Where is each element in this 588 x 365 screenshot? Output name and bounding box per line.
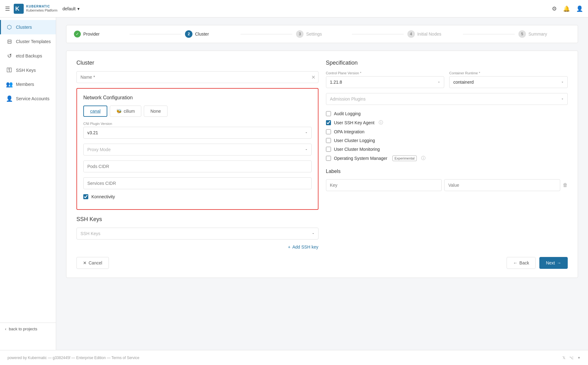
logo-area: K KUBERMATIC Kubernetes Platform bbox=[14, 4, 57, 14]
opa-integration-checkbox[interactable] bbox=[326, 129, 331, 134]
clear-name-button[interactable]: ✕ bbox=[311, 74, 315, 80]
sidebar-item-etcd-backups[interactable]: ↺ etcd Backups bbox=[0, 49, 56, 63]
step-summary: 5 Summary bbox=[518, 30, 570, 38]
control-plane-select-wrapper: 1.21.8 bbox=[326, 76, 445, 88]
next-arrow-icon: → bbox=[557, 260, 561, 265]
settings-button[interactable]: ⚙ bbox=[552, 5, 557, 12]
sidebar-item-cluster-templates[interactable]: ⊟ Cluster Templates bbox=[0, 34, 56, 49]
sidebar: ⬡ Clusters ⊟ Cluster Templates ↺ etcd Ba… bbox=[0, 17, 56, 350]
add-ssh-key-button[interactable]: + Add SSH key bbox=[288, 242, 318, 252]
cni-canal-button[interactable]: canal bbox=[83, 106, 107, 117]
labels-key-input[interactable] bbox=[326, 179, 442, 191]
admission-plugins-select[interactable]: Admission Plugins bbox=[326, 93, 568, 105]
step-cluster: 2 Cluster bbox=[185, 30, 237, 38]
next-button[interactable]: Next → bbox=[539, 257, 568, 269]
cni-cilium-button[interactable]: 🐝 cilium bbox=[110, 106, 141, 117]
pods-cidr-input[interactable] bbox=[83, 160, 312, 172]
chevron-left-icon: ‹ bbox=[5, 327, 6, 331]
top-bar-right: ⚙ 🔔 👤 bbox=[552, 5, 583, 12]
proxy-mode-select[interactable]: Proxy Mode bbox=[83, 144, 312, 155]
services-cidr-input[interactable] bbox=[83, 177, 312, 189]
twitter-icon[interactable]: 𝕏 bbox=[562, 356, 566, 360]
user-ssh-key-agent-checkbox[interactable] bbox=[326, 120, 331, 125]
step-divider-1 bbox=[129, 34, 181, 34]
cni-none-button[interactable]: None bbox=[144, 106, 167, 117]
step-initial-nodes: 4 Initial Nodes bbox=[407, 30, 459, 38]
sidebar-item-service-accounts[interactable]: 👤 Service Accounts bbox=[0, 91, 56, 106]
audit-logging-checkbox[interactable] bbox=[326, 111, 331, 116]
notifications-button[interactable]: 🔔 bbox=[563, 5, 570, 12]
none-label: None bbox=[150, 109, 161, 114]
ssh-keys-select-wrapper: SSH Keys bbox=[76, 228, 318, 239]
step2-num: 2 bbox=[185, 30, 192, 38]
back-to-projects[interactable]: ‹ back to projects bbox=[0, 323, 56, 335]
back-arrow-icon: ← bbox=[513, 260, 518, 265]
user-icon: 👤 bbox=[576, 5, 583, 12]
user-cluster-monitoring-checkbox[interactable] bbox=[326, 147, 331, 152]
top-bar: ☰ K KUBERMATIC Kubernetes Platform defau… bbox=[0, 0, 588, 17]
delete-label-button[interactable]: 🗑 bbox=[563, 182, 568, 188]
cluster-name-input[interactable] bbox=[76, 71, 318, 83]
user-ssh-info-icon[interactable]: ⓘ bbox=[379, 120, 383, 126]
sidebar-item-members[interactable]: 👥 Members bbox=[0, 77, 56, 91]
etcd-backups-icon: ↺ bbox=[6, 52, 13, 59]
cilium-label: cilium bbox=[124, 109, 135, 114]
cancel-x-icon: ✕ bbox=[83, 260, 87, 265]
project-selector[interactable]: default ▾ bbox=[62, 6, 80, 11]
cluster-section-title: Cluster bbox=[76, 60, 318, 66]
container-runtime-select-wrapper: containerd bbox=[449, 76, 568, 88]
footer-inner: powered by Kubermatic — g3382445f — Ente… bbox=[0, 356, 588, 360]
chevron-down-icon: ▾ bbox=[77, 6, 80, 11]
sidebar-item-clusters[interactable]: ⬡ Clusters bbox=[0, 20, 56, 34]
sidebar-item-label: Cluster Templates bbox=[16, 39, 51, 44]
cluster-name-group: ✕ bbox=[76, 71, 318, 83]
step-divider-4 bbox=[463, 34, 515, 34]
two-col-layout: Cluster ✕ Network Configuration bbox=[76, 60, 568, 252]
cancel-button[interactable]: ✕ Cancel bbox=[76, 257, 109, 269]
user-menu-button[interactable]: 👤 bbox=[576, 5, 583, 12]
container-runtime-group: Container Runtime * containerd bbox=[449, 71, 568, 88]
ssh-keys-section: SSH Keys SSH Keys + Add SSH key bbox=[76, 216, 318, 252]
services-cidr-group bbox=[83, 177, 312, 189]
hamburger-menu[interactable]: ☰ bbox=[5, 5, 10, 12]
audit-logging-group: Audit Logging bbox=[326, 111, 568, 116]
control-plane-select[interactable]: 1.21.8 bbox=[326, 76, 445, 88]
right-action-buttons: ← Back Next → bbox=[507, 257, 568, 269]
sidebar-item-label: etcd Backups bbox=[16, 53, 42, 58]
osm-info-icon[interactable]: ⓘ bbox=[421, 155, 425, 161]
container-runtime-select[interactable]: containerd bbox=[449, 76, 568, 88]
main-content: ✓ Provider 2 Cluster 3 Settings bbox=[56, 17, 588, 350]
network-config-box: Network Configuration canal 🐝 cilium bbox=[76, 88, 318, 210]
step2-label: Cluster bbox=[195, 32, 209, 37]
container-runtime-label: Container Runtime * bbox=[449, 71, 568, 75]
audit-logging-label: Audit Logging bbox=[334, 111, 361, 116]
sidebar-item-ssh-keys[interactable]: ⚿ SSH Keys bbox=[0, 63, 56, 77]
slack-icon[interactable]: ✦ bbox=[577, 356, 581, 360]
step-settings: 3 Settings bbox=[296, 30, 348, 38]
konnectivity-checkbox[interactable] bbox=[83, 194, 88, 199]
konnectivity-label: Konnectivity bbox=[91, 194, 115, 199]
sidebar-item-label: Members bbox=[16, 82, 34, 87]
step3-label: Settings bbox=[306, 32, 322, 37]
svg-text:K: K bbox=[15, 6, 19, 12]
sidebar-item-label: Clusters bbox=[16, 25, 32, 30]
operating-system-manager-label: Operating System Manager bbox=[334, 156, 387, 161]
hamburger-icon: ☰ bbox=[5, 5, 10, 12]
labels-value-input[interactable] bbox=[444, 179, 560, 191]
sidebar-item-label: SSH Keys bbox=[16, 68, 36, 73]
back-label: back to projects bbox=[9, 327, 37, 331]
labels-title: Labels bbox=[326, 169, 568, 174]
user-cluster-logging-checkbox[interactable] bbox=[326, 138, 331, 143]
ssh-keys-select[interactable]: SSH Keys bbox=[76, 228, 318, 239]
wizard-steps: ✓ Provider 2 Cluster 3 Settings bbox=[66, 25, 578, 43]
step3-num: 3 bbox=[296, 30, 304, 38]
back-button[interactable]: ← Back bbox=[507, 257, 536, 269]
step4-label: Initial Nodes bbox=[417, 32, 441, 37]
operating-system-manager-checkbox[interactable] bbox=[326, 156, 331, 161]
cni-version-select[interactable]: v3.21 bbox=[83, 127, 312, 139]
user-cluster-logging-group: User Cluster Logging bbox=[326, 138, 568, 143]
opa-integration-label: OPA Integration bbox=[334, 129, 365, 134]
control-plane-label: Control Plane Version * bbox=[326, 71, 445, 75]
github-icon[interactable]: ⌥ bbox=[569, 356, 574, 360]
next-label: Next bbox=[546, 260, 555, 265]
